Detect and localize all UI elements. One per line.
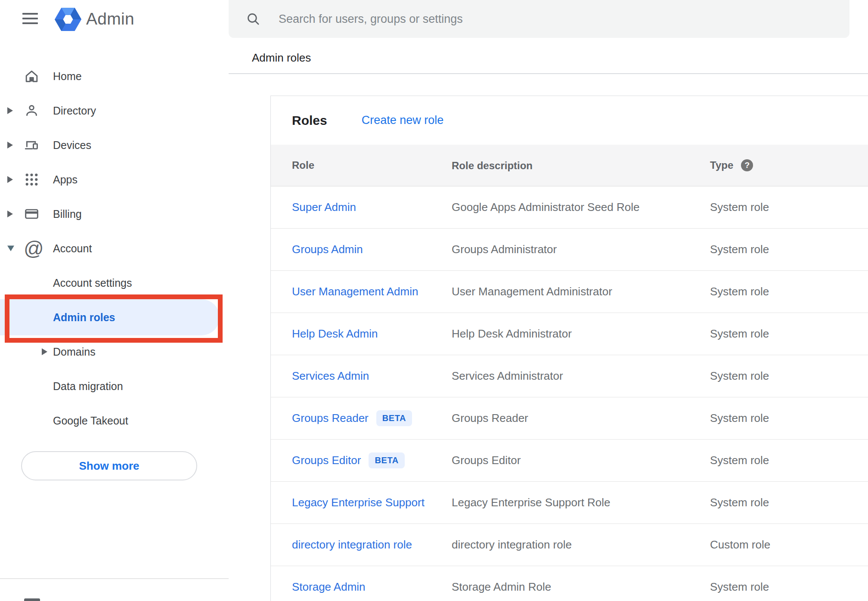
table-row: Super AdminGoogle Apps Administrator See… — [271, 186, 868, 229]
help-icon[interactable]: ? — [741, 159, 753, 171]
sidebar-item-label: Apps — [53, 173, 78, 186]
admin-console-page: { "sidebar": { "logo_text": "Admin", "it… — [0, 0, 868, 601]
sidebar-item-label: Billing — [53, 208, 82, 220]
role-description: User Management Administrator — [452, 285, 710, 298]
sidebar-item-billing[interactable]: Billing — [0, 197, 229, 231]
role-link[interactable]: directory integration role — [292, 538, 412, 551]
role-description: Groups Editor — [452, 454, 710, 467]
chevron-right-icon[interactable] — [7, 176, 13, 183]
column-header-description: Role description — [452, 160, 533, 171]
table-row: Legacy Enterprise SupportLegacy Enterpri… — [271, 482, 868, 524]
sidebar-item-label: Account — [53, 242, 92, 255]
role-link[interactable]: Legacy Enterprise Support — [292, 496, 425, 509]
admin-logo-icon[interactable] — [55, 8, 81, 31]
chevron-right-icon[interactable] — [42, 348, 47, 355]
role-description: Groups Reader — [452, 412, 710, 425]
role-type: System role — [710, 369, 769, 383]
role-link[interactable]: Groups Reader — [292, 412, 369, 425]
breadcrumb: Admin roles — [252, 51, 311, 65]
role-link[interactable]: Help Desk Admin — [292, 327, 378, 341]
chevron-right-icon[interactable] — [7, 107, 13, 114]
chevron-right-icon[interactable] — [7, 211, 13, 217]
search-icon — [246, 12, 260, 26]
role-type: System role — [710, 327, 769, 341]
column-header-role: Role — [292, 159, 314, 171]
role-type: System role — [710, 243, 769, 256]
table-row: User Management AdminUser Management Adm… — [271, 271, 868, 313]
table-row: Groups ReaderBETAGroups ReaderSystem rol… — [271, 397, 868, 440]
sidebar-nav: HomeDirectoryDevicesAppsBilling@AccountA… — [0, 59, 229, 438]
table-row: Services AdminServices AdministratorSyst… — [271, 355, 868, 397]
chevron-down-icon[interactable] — [7, 246, 14, 251]
role-type: System role — [710, 454, 769, 467]
create-new-role-link[interactable]: Create new role — [362, 114, 444, 127]
role-description: Help Desk Administrator — [452, 327, 710, 341]
role-link[interactable]: Groups Editor — [292, 454, 361, 467]
show-more-button[interactable]: Show more — [21, 451, 197, 480]
role-type: System role — [710, 580, 769, 594]
beta-badge: BETA — [376, 410, 412, 426]
role-description: Storage Admin Role — [452, 580, 710, 594]
roles-card-header: Roles Create new role — [271, 96, 868, 145]
home-icon — [24, 68, 40, 84]
sidebar-item-label: Data migration — [53, 380, 123, 393]
sidebar-item-home[interactable]: Home — [0, 59, 229, 93]
role-description: Groups Administrator — [452, 243, 710, 256]
role-link[interactable]: Services Admin — [292, 369, 369, 383]
beta-badge: BETA — [369, 452, 404, 468]
sidebar-item-label: Admin roles — [53, 311, 115, 324]
sidebar-item-directory[interactable]: Directory — [0, 93, 229, 128]
sidebar-item-label: Domains — [53, 346, 96, 358]
sidebar: Admin HomeDirectoryDevicesAppsBilling@Ac… — [0, 0, 229, 601]
role-link[interactable]: User Management Admin — [292, 285, 418, 298]
sidebar-item-apps[interactable]: Apps — [0, 162, 229, 197]
sidebar-item-data-migration[interactable]: Data migration — [0, 369, 229, 403]
role-description: Legacy Enterprise Support Role — [452, 496, 710, 509]
role-link[interactable]: Groups Admin — [292, 243, 363, 256]
table-row: Groups AdminGroups AdministratorSystem r… — [271, 229, 868, 271]
sidebar-item-google-takeout[interactable]: Google Takeout — [0, 403, 229, 438]
sidebar-item-label: Google Takeout — [53, 415, 128, 427]
role-link[interactable]: Super Admin — [292, 201, 356, 214]
sidebar-item-devices[interactable]: Devices — [0, 128, 229, 162]
devices-icon — [24, 137, 40, 153]
role-description: Google Apps Administrator Seed Role — [452, 201, 710, 214]
roles-title: Roles — [292, 113, 327, 128]
role-type: System role — [710, 285, 769, 298]
column-header-type: Type — [710, 159, 733, 171]
sidebar-item-domains[interactable]: Domains — [0, 335, 229, 369]
sidebar-item-label: Directory — [53, 105, 96, 117]
role-type: System role — [710, 496, 769, 509]
person-icon — [24, 103, 40, 119]
sidebar-item-label: Account settings — [53, 277, 132, 289]
table-row: Help Desk AdminHelp Desk AdministratorSy… — [271, 313, 868, 355]
role-description: Services Administrator — [452, 369, 710, 383]
hamburger-menu-icon[interactable] — [22, 13, 38, 24]
sidebar-item-admin-roles[interactable]: Admin roles — [0, 300, 229, 335]
at-sign-icon: @ — [24, 241, 40, 257]
role-link[interactable]: Storage Admin — [292, 580, 366, 594]
table-row: directory integration roledirectory inte… — [271, 524, 868, 566]
logo-wordmark: Admin — [86, 7, 134, 31]
search-bar[interactable] — [229, 0, 849, 38]
sidebar-divider — [0, 578, 229, 579]
table-row: Storage AdminStorage Admin RoleSystem ro… — [271, 566, 868, 601]
sidebar-item-label: Devices — [53, 139, 91, 152]
apps-icon — [24, 172, 40, 188]
table-row: Groups EditorBETAGroups EditorSystem rol… — [271, 440, 868, 482]
roles-table-header: Role Role description Type ? — [271, 145, 868, 186]
content-divider — [229, 73, 868, 74]
roles-card: Roles Create new role Role Role descript… — [270, 96, 868, 601]
role-type: Custom role — [710, 538, 770, 551]
roles-table-body: Super AdminGoogle Apps Administrator See… — [271, 186, 868, 601]
search-input[interactable] — [278, 6, 849, 32]
credit-card-icon — [24, 206, 40, 222]
chevron-right-icon[interactable] — [7, 142, 13, 149]
sidebar-item-account[interactable]: @Account — [0, 231, 229, 266]
role-type: System role — [710, 201, 769, 214]
role-description: directory integration role — [452, 538, 710, 551]
partial-cutoff-icon — [24, 598, 40, 601]
role-type: System role — [710, 412, 769, 425]
sidebar-item-account-settings[interactable]: Account settings — [0, 266, 229, 300]
sidebar-item-label: Home — [53, 70, 82, 83]
